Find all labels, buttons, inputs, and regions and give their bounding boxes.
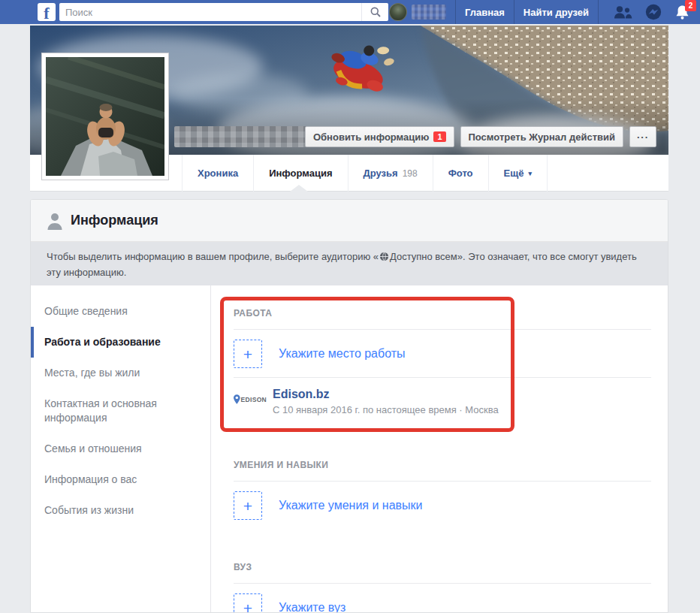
about-card-header: Информация (31, 200, 668, 242)
plus-icon[interactable]: + (234, 593, 262, 613)
edison-logo[interactable]: EDISON (234, 394, 267, 404)
audience-notice: Чтобы выделить информацию в вашем профил… (31, 242, 668, 285)
pin-icon (234, 394, 240, 404)
divider (514, 0, 514, 24)
tab-friends[interactable]: Друзья 198 (348, 155, 433, 192)
search-button[interactable] (361, 3, 388, 21)
messages-button[interactable] (644, 3, 662, 21)
add-university-row[interactable]: + Укажите вуз (234, 584, 651, 613)
work-education-panel: РАБОТА + Укажите место работы (211, 285, 668, 613)
university-section-header: ВУЗ (234, 562, 651, 572)
facebook-logo[interactable]: f (38, 3, 56, 21)
workplace-name-link[interactable]: Edison.bz (273, 388, 499, 401)
update-info-badge: 1 (433, 131, 445, 142)
blurred-profile-name (412, 5, 446, 20)
notifications-button[interactable]: 2 (674, 5, 690, 20)
chevron-down-icon: ▾ (528, 170, 532, 177)
add-workplace-row[interactable]: + Укажите место работы (234, 330, 651, 377)
add-university-link[interactable]: Укажите вуз (279, 601, 345, 613)
sidebar-item-life-events[interactable]: События из жизни (31, 495, 210, 526)
work-section: РАБОТА + Укажите место работы (234, 308, 651, 431)
page-title: Информация (71, 213, 158, 228)
profile-picture[interactable] (41, 53, 169, 180)
active-tab-pointer (290, 185, 308, 192)
sidebar-item-family-relationships[interactable]: Семья и отношения (31, 433, 210, 464)
plus-icon[interactable]: + (234, 491, 262, 520)
globe-icon (379, 251, 389, 265)
avatar (389, 3, 407, 21)
friend-requests-button[interactable] (614, 6, 632, 19)
divider (598, 0, 599, 24)
skills-section-header: УМЕНИЯ И НАВЫКИ (234, 460, 651, 470)
top-navbar: f Главная Найти друзей (0, 0, 700, 24)
tab-more[interactable]: Ещё ▾ (489, 155, 548, 192)
sidebar-item-places[interactable]: Места, где вы жили (31, 358, 210, 388)
person-icon (47, 212, 63, 230)
university-section: ВУЗ + Укажите вуз (234, 562, 651, 613)
skills-section: УМЕНИЯ И НАВЫКИ + Укажите умения и навык… (234, 460, 651, 529)
cover-action-buttons: Обновить информацию 1 Посмотреть Журнал … (299, 126, 656, 147)
sidebar-item-overview[interactable]: Общие сведения (31, 296, 210, 327)
divider (455, 0, 456, 24)
navbar-right: Главная Найти друзей (389, 0, 696, 24)
sidebar-item-contact-basic-info[interactable]: Контактная и основная информация (31, 388, 210, 433)
friends-icon (614, 6, 632, 19)
search-bar[interactable] (59, 3, 388, 21)
search-input[interactable] (59, 7, 361, 18)
update-info-label: Обновить информацию (313, 131, 429, 143)
sidebar-item-work-education[interactable]: Работа и образование (31, 327, 210, 358)
find-friends-link[interactable]: Найти друзей (523, 7, 589, 18)
home-link[interactable]: Главная (465, 7, 505, 18)
work-section-header: РАБОТА (234, 308, 651, 319)
sidebar-item-details-about[interactable]: Информация о вас (31, 464, 210, 495)
facebook-logo-letter: f (44, 6, 49, 21)
workplace-details: С 10 января 2016 г. по настоящее время ·… (273, 404, 499, 415)
tab-photos[interactable]: Фото (433, 155, 489, 192)
add-workplace-link[interactable]: Укажите место работы (279, 347, 406, 361)
about-card: Информация Чтобы выделить информацию в в… (30, 199, 668, 613)
about-sidebar: Общие сведения Работа и образование Мест… (31, 285, 211, 613)
profile-picture-image (46, 57, 164, 176)
plus-icon[interactable]: + (234, 340, 262, 368)
add-skills-link[interactable]: Укажите умения и навыки (279, 499, 422, 512)
more-options-button[interactable]: ··· (629, 126, 656, 147)
friends-count: 198 (403, 168, 418, 179)
add-skills-row[interactable]: + Укажите умения и навыки (234, 482, 651, 529)
update-info-button[interactable]: Обновить информацию 1 (305, 126, 454, 147)
navbar-profile-link[interactable] (389, 3, 446, 21)
activity-log-button[interactable]: Посмотреть Журнал действий (460, 126, 624, 147)
messenger-icon (644, 3, 662, 21)
notification-badge: 2 (685, 0, 696, 11)
tab-timeline[interactable]: Хроника (182, 155, 254, 192)
search-icon (370, 7, 381, 17)
workplace-entry: EDISON Edison.bz С 10 января 2016 г. по … (234, 378, 651, 431)
